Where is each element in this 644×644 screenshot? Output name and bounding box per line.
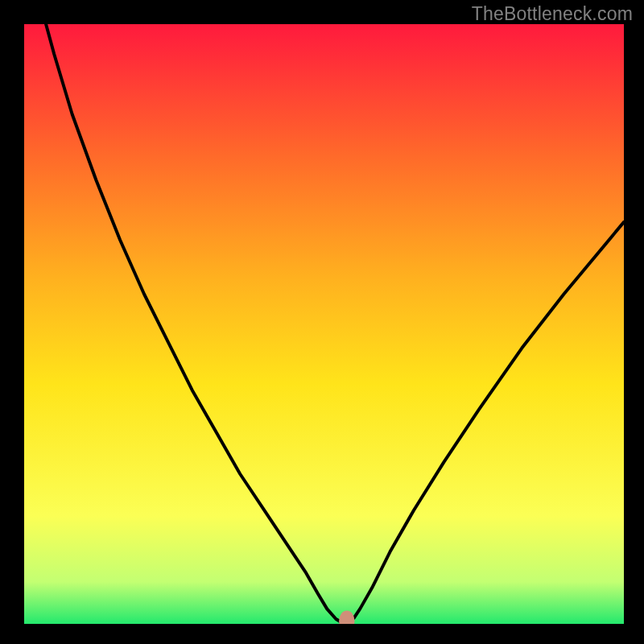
gradient-background [24, 24, 624, 624]
watermark-text: TheBottleneck.com [472, 3, 633, 25]
plot-area [24, 24, 624, 624]
chart-container: TheBottleneck.com [0, 0, 644, 644]
chart-svg [24, 24, 624, 624]
